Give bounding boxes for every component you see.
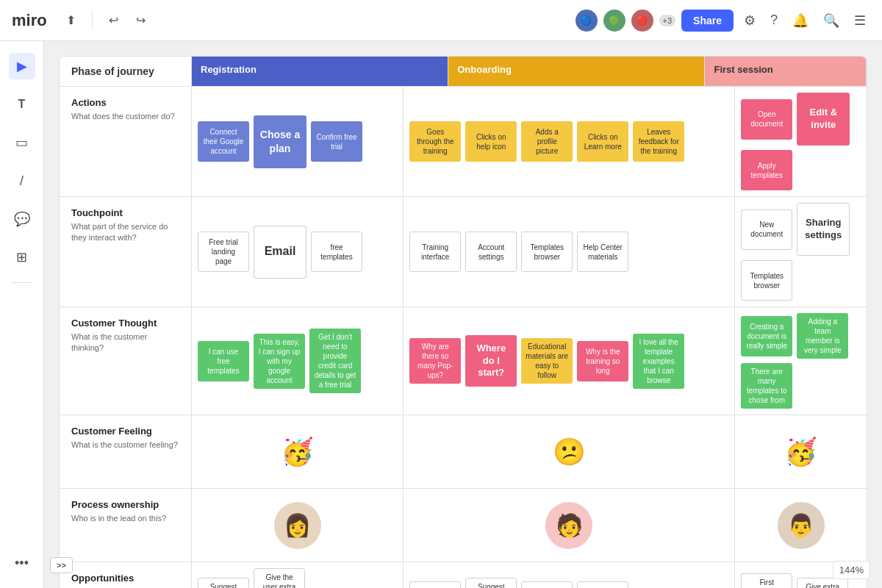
action-sticky-2[interactable]: Chose a plan <box>254 115 306 168</box>
opp-sticky-3[interactable]: Make the training shorter <box>409 581 461 589</box>
action-sticky-7[interactable]: Clicks on Learn more <box>577 121 628 162</box>
opp-sticky-8[interactable]: Give extra points for adding teammates <box>797 578 848 588</box>
action-sticky-11[interactable]: Apply templates <box>741 150 792 190</box>
sidebar: ▶ T ▭ / 💬 ⊞ ••• <box>0 41 44 588</box>
thought-sticky-4[interactable]: Why are there so many Pop-ups? <box>409 338 461 384</box>
sidebar-separator <box>11 282 33 283</box>
opp-sticky-4[interactable]: Suggest templates straight away <box>465 578 517 588</box>
action-sticky-10[interactable]: Edit & invite <box>797 93 850 146</box>
opp-sticky-5[interactable]: Review the popups <box>521 581 573 589</box>
action-sticky-1[interactable]: Connect their Google account <box>198 121 249 162</box>
actions-first: Open document Edit & invite Apply templa… <box>735 87 867 196</box>
owner-avatar-2: 🧑 <box>545 502 592 549</box>
feeling-first: 🥳 <box>735 415 867 488</box>
ownership-registration: 👩 <box>192 489 404 562</box>
feeling-subtitle: What is the customer feeling? <box>71 440 179 451</box>
phase-header-text: Phase of journey <box>71 65 154 77</box>
frame-tool[interactable]: ⊞ <box>9 244 35 270</box>
opportunities-onboarding: Make the training shorter Suggest templa… <box>404 562 735 588</box>
touch-sticky-7[interactable]: Help Center materials <box>577 232 628 272</box>
opp-sticky-2[interactable]: Give the user extra credits to spend on … <box>254 568 305 588</box>
zoom-level: 144% <box>833 561 870 579</box>
opp-sticky-1[interactable]: Suggest trying an additional product <box>198 578 249 588</box>
avatar-1: 🔵 <box>576 10 598 32</box>
canvas[interactable]: Phase of journey Registration Onboarding… <box>44 41 882 588</box>
thought-sticky-9[interactable]: Creating a document is really simple <box>741 316 792 356</box>
notifications-icon[interactable]: 🔔 <box>788 8 813 33</box>
thought-sticky-8[interactable]: I love all the template examples that I … <box>633 334 684 389</box>
menu-icon[interactable]: ☰ <box>850 8 870 33</box>
actions-title: Actions <box>71 97 179 108</box>
more-avatars-badge: +3 <box>659 15 676 26</box>
thought-sticky-10[interactable]: Adding a team member is very simple <box>797 313 848 359</box>
feeling-emoji-3: 🥳 <box>784 437 817 467</box>
action-sticky-5[interactable]: Clicks on help icon <box>465 121 517 162</box>
thought-sticky-3[interactable]: Get I don't need to provide credit card … <box>309 329 361 393</box>
thought-sticky-6[interactable]: Educational materials are easy to follow <box>521 338 573 384</box>
touch-sticky-4[interactable]: Training interface <box>409 232 461 272</box>
collapse-panel-button[interactable]: >> <box>50 557 73 573</box>
action-sticky-6[interactable]: Adds a profile picture <box>521 121 573 162</box>
feeling-emoji-1: 🥳 <box>281 437 314 467</box>
text-tool[interactable]: T <box>9 91 35 118</box>
redo-button[interactable]: ↪ <box>132 9 150 32</box>
select-tool[interactable]: ▶ <box>9 53 35 79</box>
comment-tool[interactable]: 💬 <box>9 206 35 232</box>
owner-avatar-1: 👩 <box>274 502 321 549</box>
actions-row: Actions What does the customer do? Conne… <box>60 87 867 197</box>
phase-registration-header: Registration <box>192 57 448 87</box>
touch-sticky-1[interactable]: Free trial landing page <box>198 232 249 272</box>
touch-sticky-10[interactable]: Templates browser <box>741 260 792 301</box>
touchpoint-subtitle: What part of the service do they interac… <box>71 221 179 244</box>
ownership-onboarding: 🧑 <box>404 489 735 562</box>
opportunities-title: Opportunities <box>71 573 179 584</box>
opportunities-label: Opportunities <box>60 562 192 588</box>
touchpoint-label: Touchpoint What part of the service do t… <box>60 197 192 306</box>
share-button[interactable]: Share <box>681 10 734 32</box>
avatar-3: 🔴 <box>631 10 653 32</box>
action-sticky-9[interactable]: Open document <box>741 99 792 140</box>
sticky-tool[interactable]: ▭ <box>9 129 35 156</box>
touch-sticky-5[interactable]: Account settings <box>465 232 517 272</box>
pen-tool[interactable]: / <box>9 168 35 194</box>
board: Phase of journey Registration Onboarding… <box>59 56 867 588</box>
ownership-title: Process ownership <box>71 499 179 510</box>
touchpoint-first: New document Sharing settings Templates … <box>735 197 867 306</box>
touchpoint-row: Touchpoint What part of the service do t… <box>60 197 867 307</box>
thought-sticky-11[interactable]: There are many templates to chose from <box>741 363 792 409</box>
feeling-registration: 🥳 <box>192 415 404 488</box>
upload-button[interactable]: ⬆ <box>62 9 80 32</box>
action-sticky-3[interactable]: Confirm free trial <box>311 121 362 162</box>
touch-sticky-9[interactable]: Sharing settings <box>797 203 850 256</box>
touch-sticky-8[interactable]: New document <box>741 209 792 250</box>
feeling-emoji-2: 😕 <box>553 437 586 467</box>
journey-header: Phase of journey Registration Onboarding… <box>60 57 867 87</box>
thought-first: Creating a document is really simple Add… <box>735 307 867 415</box>
action-sticky-8[interactable]: Leaves feedback for the training <box>633 121 684 162</box>
touch-sticky-2[interactable]: Email <box>254 226 306 279</box>
customize-icon[interactable]: ⚙ <box>739 8 760 33</box>
thought-sticky-5[interactable]: Where do I start? <box>465 335 517 387</box>
search-icon[interactable]: 🔍 <box>819 8 844 33</box>
actions-subtitle: What does the customer do? <box>71 111 179 122</box>
topbar-separator-1 <box>92 12 93 29</box>
avatar-2: 🟢 <box>603 10 625 32</box>
feeling-onboarding: 😕 <box>404 415 735 488</box>
ownership-row: Process ownership Who is in the lead on … <box>60 489 867 562</box>
phase-first-header: First session <box>705 57 867 87</box>
undo-button[interactable]: ↩ <box>104 9 123 32</box>
action-sticky-4[interactable]: Goes through the training <box>409 121 461 162</box>
thought-sticky-7[interactable]: Why is the training so long <box>577 341 628 381</box>
opp-sticky-7[interactable]: First document award /"Congrats" popup <box>741 573 792 589</box>
thought-sticky-2[interactable]: This is easy, I can sign up with my goog… <box>254 334 305 389</box>
topbar-right: 🔵 🟢 🔴 +3 Share ⚙ ? 🔔 🔍 ☰ <box>576 8 870 33</box>
thought-label: Customer Thought What is the customer th… <box>60 307 192 415</box>
more-tools[interactable]: ••• <box>9 550 35 576</box>
touch-sticky-6[interactable]: Templates browser <box>521 232 573 272</box>
app-logo: miro <box>12 11 47 30</box>
touch-sticky-3[interactable]: free templates <box>311 232 362 272</box>
ownership-subtitle: Who is in the lead on this? <box>71 513 179 524</box>
help-icon[interactable]: ? <box>766 8 782 32</box>
thought-sticky-1[interactable]: I can use free templates <box>198 341 249 381</box>
opp-sticky-6[interactable]: Introduce NPS for Help Center <box>577 581 628 589</box>
